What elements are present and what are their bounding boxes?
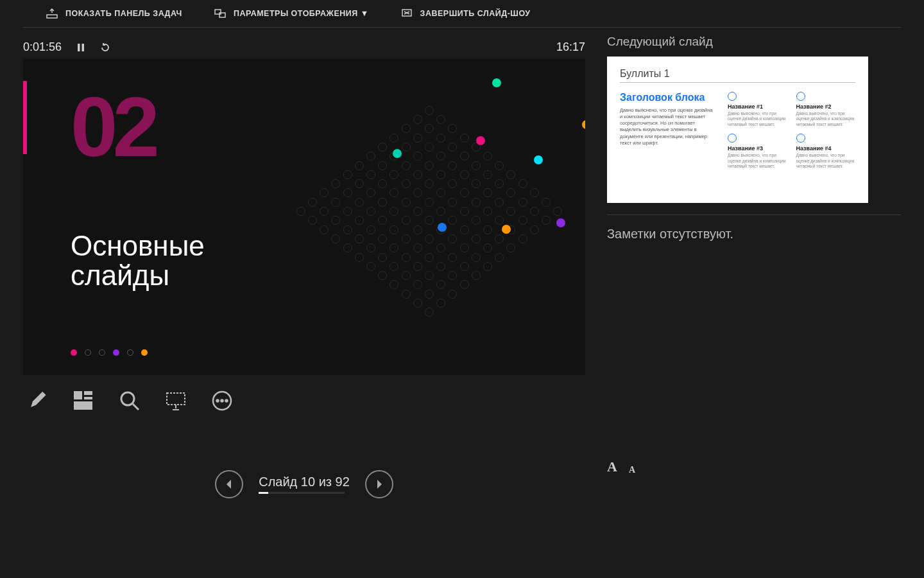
slide-nav: Слайд 10 из 92 <box>23 470 585 498</box>
pause-button[interactable] <box>76 42 86 53</box>
slide-counter: Слайд 10 из 92 <box>259 475 350 489</box>
thumb-block-title: Заголовок блока <box>620 92 716 103</box>
slide-toolbar <box>23 375 585 412</box>
svg-rect-11 <box>167 393 185 405</box>
svg-rect-4 <box>78 44 80 51</box>
end-slideshow-label: ЗАВЕРШИТЬ СЛАЙД-ШОУ <box>420 9 531 18</box>
elapsed-time: 0:01:56 <box>23 40 62 54</box>
footer-dots <box>71 349 148 356</box>
svg-rect-8 <box>84 397 92 399</box>
thumb-block-text: Давно выяснено, что при оценке дизайна и… <box>620 107 716 146</box>
svg-rect-7 <box>84 391 92 395</box>
next-slide-label: Следующий слайд <box>607 35 901 49</box>
thumb-cell: Название #1Давно выяснено, что при оценк… <box>728 92 787 127</box>
svg-rect-6 <box>74 391 82 399</box>
thumb-title: Буллиты 1 <box>620 68 855 80</box>
svg-point-14 <box>221 400 223 402</box>
pen-tool-button[interactable] <box>26 389 49 412</box>
clock-time: 16:17 <box>556 40 585 54</box>
thumb-cell: Название #2Давно выяснено, что при оценк… <box>796 92 856 127</box>
notes-empty: Заметки отсутствуют. <box>607 227 901 241</box>
svg-point-10 <box>121 392 134 405</box>
font-decrease-button[interactable]: A <box>629 465 635 475</box>
slide-progress[interactable] <box>259 492 345 494</box>
thumb-cell: Название #4Давно выяснено, что при оценк… <box>796 134 856 169</box>
slide-title: Основные слайды <box>71 231 205 290</box>
slides-view-button[interactable] <box>72 389 95 412</box>
svg-rect-9 <box>74 401 92 410</box>
end-slideshow-button[interactable]: ЗАВЕРШИТЬ СЛАЙД-ШОУ <box>401 8 531 19</box>
display-params-icon <box>214 8 226 19</box>
restart-button[interactable] <box>100 42 110 53</box>
show-taskbar-button[interactable]: ПОКАЗАТЬ ПАНЕЛЬ ЗАДАЧ <box>46 8 182 19</box>
next-slide-button[interactable] <box>365 470 393 498</box>
svg-rect-0 <box>47 15 57 18</box>
zoom-button[interactable] <box>118 389 141 412</box>
accent-bar <box>23 81 27 154</box>
svg-point-13 <box>217 400 219 402</box>
current-slide[interactable]: 02 Основные слайды <box>23 59 585 375</box>
svg-rect-5 <box>82 44 85 51</box>
thumb-cell: Название #3Давно выяснено, что при оценк… <box>728 134 787 169</box>
display-params-label: ПАРАМЕТРЫ ОТОБРАЖЕНИЯ ▼ <box>234 9 369 18</box>
show-taskbar-label: ПОКАЗАТЬ ПАНЕЛЬ ЗАДАЧ <box>65 9 182 18</box>
taskbar-icon <box>46 8 58 19</box>
next-slide-thumb[interactable]: Буллиты 1 Заголовок блока Давно выяснено… <box>607 57 868 203</box>
timer-row: 0:01:56 16:17 <box>0 28 608 59</box>
blank-screen-button[interactable] <box>164 389 187 412</box>
more-options-button[interactable] <box>210 389 234 412</box>
slide-number: 02 <box>71 78 155 175</box>
svg-point-15 <box>226 400 228 402</box>
topbar: ПОКАЗАТЬ ПАНЕЛЬ ЗАДАЧ ПАРАМЕТРЫ ОТОБРАЖЕ… <box>23 0 901 28</box>
end-slideshow-icon <box>401 8 413 19</box>
display-params-button[interactable]: ПАРАМЕТРЫ ОТОБРАЖЕНИЯ ▼ <box>214 8 369 19</box>
font-increase-button[interactable]: A <box>607 459 617 475</box>
decorative-dots <box>264 59 585 367</box>
prev-slide-button[interactable] <box>215 470 243 498</box>
